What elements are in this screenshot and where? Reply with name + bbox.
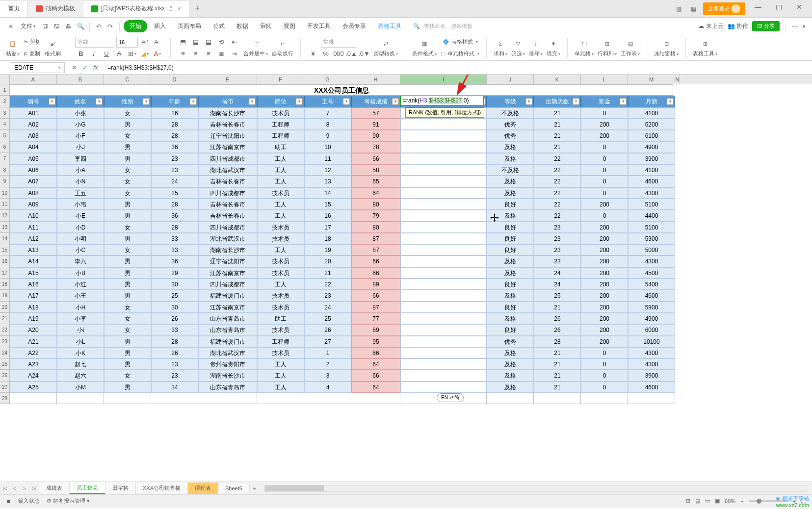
cell[interactable]: 5300 — [628, 233, 675, 244]
cell[interactable]: 21 — [304, 267, 351, 279]
cell[interactable]: 58 — [351, 164, 400, 176]
cell[interactable]: 4400 — [628, 210, 675, 221]
cell[interactable]: 36 — [151, 255, 198, 267]
worksheet-button[interactable]: ▤工作表 — [621, 38, 640, 57]
cell[interactable]: 21 — [534, 141, 581, 153]
cell[interactable] — [400, 119, 487, 130]
align-left-icon[interactable]: ≡ — [178, 49, 188, 59]
cell[interactable]: 77 — [351, 313, 400, 324]
filter-icon[interactable]: ▾ — [143, 98, 150, 105]
cell[interactable]: 200 — [581, 336, 628, 347]
cell[interactable] — [400, 199, 487, 210]
cell[interactable]: 良好 — [487, 302, 534, 313]
cell[interactable]: 男 — [104, 279, 151, 290]
cell[interactable]: 23 — [534, 255, 581, 267]
cell[interactable]: 福建省厦门市 — [198, 336, 257, 347]
cell[interactable]: A09 — [10, 199, 57, 210]
cell[interactable]: 男 — [104, 347, 151, 358]
italic-button[interactable]: I — [88, 49, 99, 59]
cell[interactable] — [400, 130, 487, 141]
cell[interactable]: 28 — [151, 119, 198, 130]
cell[interactable]: A07 — [10, 176, 57, 187]
cell[interactable]: 3900 — [628, 370, 675, 381]
cell[interactable] — [400, 347, 487, 358]
cell[interactable] — [57, 393, 104, 404]
cell[interactable]: 技术员 — [257, 233, 304, 244]
cell[interactable]: 良好 — [487, 222, 534, 233]
merge-button[interactable]: ⬚合并居中 — [243, 38, 268, 57]
cell[interactable]: 90 — [351, 130, 400, 141]
cell[interactable]: 技术员 — [257, 302, 304, 313]
cell[interactable]: 87 — [351, 233, 400, 244]
cell[interactable]: 22 — [304, 279, 351, 290]
cell[interactable] — [400, 187, 487, 199]
table-style-button[interactable]: 💠 表格样式 — [443, 37, 478, 48]
cell[interactable]: 工程师 — [257, 336, 304, 347]
cell[interactable]: 及格 — [487, 290, 534, 301]
cell[interactable] — [400, 324, 487, 335]
fillcolor-button[interactable]: ◢ — [139, 49, 150, 59]
tab-insert[interactable]: 插入 — [149, 20, 171, 32]
filter-icon[interactable]: ▾ — [49, 98, 55, 105]
col-header[interactable]: L — [581, 75, 628, 84]
col-header[interactable]: N — [675, 75, 680, 84]
cell[interactable] — [400, 358, 487, 370]
cell[interactable]: 及格 — [487, 255, 534, 267]
cell[interactable]: 22 — [534, 187, 581, 199]
cell[interactable]: 26 — [151, 347, 198, 358]
cell[interactable]: 8 — [304, 119, 351, 130]
table-header[interactable]: 月薪▾ — [628, 96, 675, 107]
filter-icon[interactable]: ▾ — [249, 98, 256, 105]
cell[interactable]: 辽宁省沈阳市 — [198, 255, 257, 267]
cell[interactable]: A24 — [10, 370, 57, 381]
cell[interactable]: 4600 — [628, 382, 675, 393]
cell[interactable]: 良好 — [487, 324, 534, 335]
cell[interactable]: 80 — [351, 222, 400, 233]
cell[interactable]: 66 — [351, 290, 400, 301]
cell[interactable]: 26 — [534, 313, 581, 324]
cell[interactable]: 5000 — [628, 244, 675, 255]
cell[interactable]: 23 — [534, 222, 581, 233]
cell[interactable]: 80 — [351, 199, 400, 210]
cell[interactable]: 良好 — [487, 233, 534, 244]
filter-icon[interactable]: ▾ — [573, 98, 579, 105]
cell[interactable]: 4300 — [628, 358, 675, 370]
cell[interactable]: A01 — [10, 107, 57, 119]
sheet-grid[interactable]: A B C D E F G H I J K L M N 1XXX公司员工信息2编… — [0, 75, 812, 482]
cell[interactable]: 男 — [104, 336, 151, 347]
align-top-icon[interactable]: ⬒ — [178, 37, 188, 48]
fx-icon[interactable]: fx — [93, 64, 98, 71]
tab-member[interactable]: 会员专享 — [338, 20, 371, 32]
cell[interactable]: 良好 — [487, 199, 534, 210]
cell[interactable]: A12 — [10, 233, 57, 244]
name-box[interactable]: EDATE▾ — [10, 62, 65, 73]
cell[interactable]: 王五 — [57, 187, 104, 199]
cell[interactable]: 江苏省南京市 — [198, 302, 257, 313]
size-select[interactable] — [116, 37, 138, 48]
fontcolor-button[interactable]: A — [152, 49, 163, 59]
cell[interactable]: 91 — [351, 119, 400, 130]
cell[interactable]: 工人 — [257, 210, 304, 221]
cell-button[interactable]: ⬚单元格 — [575, 38, 594, 57]
cell[interactable]: 湖北省武汉市 — [198, 233, 257, 244]
tab-review[interactable]: 审阅 — [255, 20, 277, 32]
cell[interactable] — [628, 393, 675, 404]
cell[interactable]: 技术员 — [257, 347, 304, 358]
table-header[interactable]: 性别▾ — [104, 96, 151, 107]
cell[interactable] — [400, 267, 487, 279]
cell[interactable]: 李四 — [57, 153, 104, 164]
cell[interactable]: 小B — [57, 267, 104, 279]
cell[interactable] — [400, 370, 487, 381]
sheet-nav-prev[interactable]: < — [10, 485, 20, 491]
cell[interactable]: 及格 — [487, 370, 534, 381]
cell[interactable]: 5400 — [628, 279, 675, 290]
align-right-icon[interactable]: ≡ — [203, 49, 214, 59]
cell[interactable]: 10100 — [628, 336, 675, 347]
align-bot-icon[interactable]: ⬓ — [203, 37, 214, 48]
cell[interactable]: 及格 — [487, 267, 534, 279]
cell[interactable]: 工人 — [257, 358, 304, 370]
cell[interactable]: A25 — [10, 382, 57, 393]
sheet-tab[interactable]: Sheet5 — [218, 484, 250, 493]
decrease-font-icon[interactable]: A⁻ — [153, 37, 163, 48]
cell[interactable]: 技术员 — [257, 267, 304, 279]
